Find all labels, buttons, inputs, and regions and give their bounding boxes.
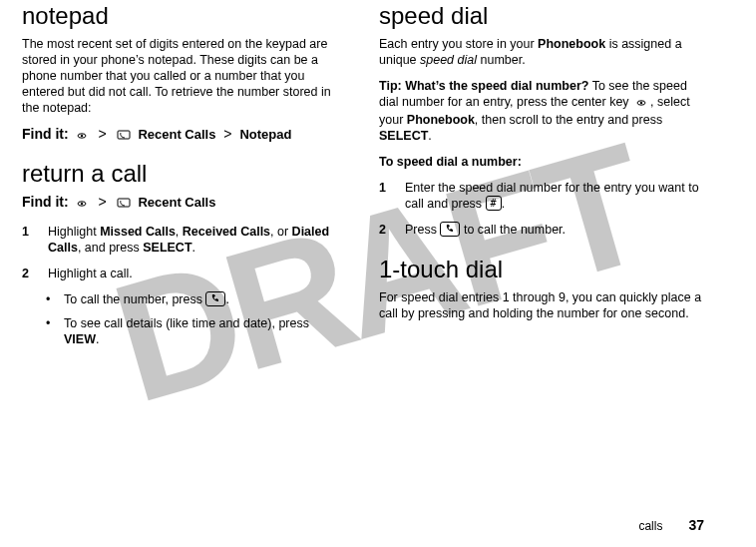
center-key-icon-3	[634, 96, 648, 112]
step-number: 2	[379, 222, 391, 238]
step-number: 2	[22, 266, 34, 281]
bullet-call-number: • To call the number, press .	[46, 291, 347, 307]
t: , or	[270, 225, 292, 239]
path-notepad: Notepad	[239, 127, 291, 142]
t: To see call details (like time and date)…	[64, 316, 309, 330]
pound-key: #	[486, 196, 502, 211]
speed-dial-intro: Each entry you store in your Phonebook i…	[379, 36, 704, 68]
step-1-text: Highlight Missed Calls, Received Calls, …	[48, 224, 347, 256]
select-key: SELECT	[143, 241, 191, 255]
t: To speed dial a number:	[379, 155, 522, 169]
t: .	[192, 241, 195, 255]
bullet-text: To call the number, press .	[64, 291, 229, 307]
phonebook-2: Phonebook	[407, 113, 475, 127]
recent-calls-icon-2	[117, 196, 133, 212]
speed-dial-italic: speed dial	[420, 53, 477, 67]
step-2-right: 2 Press to call the number.	[379, 222, 704, 238]
svg-point-7	[640, 102, 642, 104]
t: .	[428, 129, 431, 143]
separator-gt: >	[94, 126, 110, 142]
send-key-icon	[205, 291, 225, 306]
step-2-left: 2 Highlight a call.	[22, 266, 347, 281]
select-key-2: SELECT	[379, 129, 428, 143]
view-key: VIEW	[64, 332, 96, 346]
heading-1-touch-dial: 1-touch dial	[379, 256, 704, 283]
received-calls: Received Calls	[183, 225, 270, 239]
manual-page: DRAFT notepad The most recent set of dig…	[0, 0, 756, 547]
notepad-paragraph: The most recent set of digits entered on…	[22, 36, 347, 116]
separator-gt-3: >	[94, 194, 110, 210]
step-2-text: Highlight a call.	[48, 266, 133, 281]
right-column: speed dial Each entry you store in your …	[379, 2, 704, 355]
one-touch-paragraph: For speed dial entries 1 through 9, you …	[379, 289, 704, 321]
left-column: notepad The most recent set of digits en…	[22, 2, 347, 355]
find-it-label: Find it:	[22, 126, 69, 142]
t: Highlight	[48, 225, 100, 239]
missed-calls: Missed Calls	[100, 225, 176, 239]
footer-section-label: calls	[638, 519, 662, 533]
bullet-view-details: • To see call details (like time and dat…	[46, 315, 347, 347]
step-2-text-right: Press to call the number.	[405, 222, 566, 238]
t: Press	[405, 223, 440, 237]
step-number: 1	[22, 224, 34, 256]
bullet-dot: •	[46, 291, 54, 307]
t: Each entry you store in your	[379, 37, 538, 51]
send-key-icon-2	[440, 222, 460, 237]
tip-label: Tip: What’s the speed dial number?	[379, 79, 588, 93]
heading-notepad: notepad	[22, 2, 347, 30]
find-it-return-call: Find it: > Recent Calls	[22, 194, 347, 212]
path-recent-calls: Recent Calls	[138, 127, 215, 142]
t: .	[502, 197, 505, 211]
t: , and press	[78, 241, 143, 255]
heading-return-call: return a call	[22, 160, 347, 188]
step-1-left: 1 Highlight Missed Calls, Received Calls…	[22, 224, 347, 256]
center-key-icon-2	[75, 196, 89, 212]
two-column-layout: notepad The most recent set of digits en…	[22, 0, 704, 355]
page-number: 37	[688, 517, 704, 533]
heading-speed-dial: speed dial	[379, 2, 704, 30]
t: to call the number.	[460, 223, 566, 237]
find-it-label-2: Find it:	[22, 194, 69, 210]
speed-dial-tip: Tip: What’s the speed dial number? To se…	[379, 78, 704, 144]
step-1-text-right: Enter the speed dial number for the entr…	[405, 180, 704, 212]
t: , then scroll to the entry and press	[475, 113, 662, 127]
t: number.	[477, 53, 526, 67]
page-footer: calls37	[638, 517, 704, 533]
step-1-right: 1 Enter the speed dial number for the en…	[379, 180, 704, 212]
step-number: 1	[379, 180, 391, 212]
t: ,	[176, 225, 183, 239]
t: To call the number, press	[64, 292, 205, 306]
svg-point-1	[80, 135, 82, 137]
phonebook: Phonebook	[538, 37, 605, 51]
t: Enter the speed dial number for the entr…	[405, 181, 699, 211]
to-speed-dial-label: To speed dial a number:	[379, 154, 704, 170]
separator-gt-2: >	[219, 126, 235, 142]
t: .	[225, 292, 228, 306]
bullet-dot: •	[46, 315, 54, 347]
path-recent-calls-2: Recent Calls	[138, 195, 215, 210]
find-it-notepad: Find it: > Recent Calls > Notepad	[22, 126, 347, 144]
t: .	[96, 332, 99, 346]
svg-point-4	[80, 203, 82, 205]
bullet-text: To see call details (like time and date)…	[64, 315, 347, 347]
center-key-icon	[75, 128, 89, 144]
recent-calls-icon	[117, 128, 133, 144]
